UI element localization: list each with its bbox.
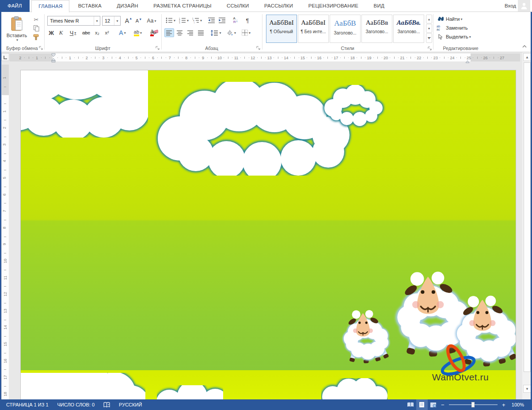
styles-dialog-launcher-icon[interactable] (428, 46, 432, 51)
right-indent-marker[interactable] (465, 57, 470, 65)
line-spacing-button[interactable]: ▾ (209, 28, 223, 37)
tab-view[interactable]: ВИД (367, 0, 391, 12)
copy-button[interactable] (32, 24, 41, 32)
style-heading2[interactable]: АаБбВв Заголово... (361, 15, 392, 43)
show-paragraph-marks-button[interactable]: ¶ (243, 16, 252, 25)
cut-button[interactable]: ✂ (32, 15, 41, 23)
zoom-slider-thumb[interactable] (471, 402, 475, 407)
ruler-mark (290, 57, 291, 58)
styles-more-button[interactable]: ▼ (426, 33, 432, 43)
ruler-mark (190, 57, 191, 58)
zoom-slider[interactable] (449, 404, 498, 405)
text-effects-button[interactable]: А▾ (116, 28, 129, 37)
tab-references[interactable]: ССЫЛКИ (220, 0, 256, 12)
ruler-mark (4, 320, 6, 320)
ruler-mark (4, 220, 6, 220)
zoom-out-button[interactable]: − (439, 402, 446, 408)
tab-design[interactable]: ДИЗАЙН (110, 0, 144, 12)
italic-button[interactable]: К (57, 28, 65, 37)
ruler-mark: 1 (2, 77, 7, 79)
ruler-mark (83, 57, 83, 58)
tab-mailings[interactable]: РАССЫЛКИ (258, 0, 300, 12)
ruler-mark (74, 57, 75, 58)
tab-home[interactable]: ГЛАВНАЯ (31, 0, 69, 12)
ruler-mark (174, 57, 175, 58)
ruler-mark (261, 57, 262, 59)
multilevel-list-button[interactable]: 1ai ▾ (191, 16, 203, 25)
read-mode-icon (407, 402, 414, 407)
sort-button[interactable]: АЯ ↓ (230, 16, 241, 25)
font-name-combo[interactable]: Times New R ▾ (47, 16, 100, 26)
styles-scroll-down-button[interactable]: ▼ (426, 24, 432, 33)
tab-insert[interactable]: ВСТАВКА (72, 0, 108, 12)
ruler-mark (228, 57, 228, 59)
align-center-button[interactable] (175, 28, 185, 37)
justify-button[interactable] (196, 28, 206, 37)
indent-markers[interactable] (51, 53, 56, 62)
proofing-status[interactable] (99, 399, 114, 410)
grow-font-button[interactable]: А▲ (124, 16, 133, 26)
decrease-indent-button[interactable] (207, 16, 217, 25)
zoom-level[interactable]: 100% (507, 399, 528, 410)
clipboard-dialog-launcher-icon[interactable] (39, 46, 43, 50)
scrollbar-thumb[interactable] (524, 62, 531, 372)
shrink-font-button[interactable]: А▼ (134, 16, 144, 26)
underline-button[interactable]: Ч▾ (66, 28, 80, 37)
select-button[interactable]: Выделить ▾ (437, 33, 471, 41)
replace-button[interactable]: ab ac Заменить (437, 24, 467, 32)
scroll-down-button[interactable]: ▼ (523, 385, 531, 393)
zoom-in-button[interactable]: + (500, 402, 507, 408)
styles-scroll-up-button[interactable]: ▲ (426, 15, 432, 23)
tab-file[interactable]: ФАЙЛ (0, 0, 30, 12)
change-case-button[interactable]: Аа▾ (145, 16, 158, 26)
subscript-button[interactable]: x₂ (93, 28, 102, 37)
ruler-mark: 9 (2, 243, 7, 245)
font-size-combo[interactable]: 12 ▾ (102, 16, 121, 26)
web-layout-view-button[interactable] (428, 399, 439, 410)
paragraph-dialog-launcher-icon[interactable] (256, 46, 261, 50)
tab-stop-selector[interactable] (1, 53, 9, 61)
borders-button[interactable]: ▾ (239, 28, 253, 37)
style-normal[interactable]: АаБбВвI ¶ Обычный (266, 15, 297, 43)
page-count-status[interactable]: СТРАНИЦА 1 ИЗ 1 (0, 399, 53, 410)
bullet-list-icon (166, 17, 173, 23)
ruler-mark (410, 57, 411, 59)
highlight-color-button[interactable]: ab ▾ (131, 28, 145, 37)
find-button[interactable]: Найти ▾ (437, 15, 462, 23)
ruler-mark (216, 57, 216, 58)
strikethrough-button[interactable]: abc (80, 28, 92, 37)
collapse-ribbon-button[interactable] (521, 43, 528, 50)
document-page[interactable]: WamOtvet.ru (21, 70, 516, 399)
font-color-button[interactable]: А ▾ (147, 28, 160, 37)
numbering-button[interactable]: 123 ▾ (178, 16, 190, 25)
sign-in-link[interactable]: Вход (505, 0, 516, 12)
font-dialog-launcher-icon[interactable] (156, 46, 160, 50)
increase-indent-button[interactable] (217, 16, 227, 25)
align-right-button[interactable] (186, 28, 195, 37)
ruler-mark (377, 57, 378, 59)
language-status[interactable]: РУССКИЙ (114, 399, 146, 410)
scroll-up-button[interactable]: ▲ (523, 53, 531, 61)
ruler-mark (207, 57, 208, 58)
word-count-status[interactable]: ЧИСЛО СЛОВ: 0 (53, 399, 99, 410)
align-left-button[interactable] (164, 28, 174, 37)
account-avatar[interactable] (518, 0, 530, 11)
read-mode-view-button[interactable] (405, 399, 416, 410)
style-heading1[interactable]: АаБбВ Заголово... (330, 15, 361, 43)
superscript-button[interactable]: x² (103, 28, 111, 37)
tab-page-layout[interactable]: РАЗМЕТКА СТРАНИЦЫ (147, 0, 218, 12)
paste-button[interactable]: Вставить ▾ (4, 15, 30, 44)
print-layout-view-button[interactable] (416, 399, 428, 410)
bullets-button[interactable]: ▾ (164, 16, 177, 25)
format-painter-button[interactable] (32, 33, 41, 41)
ruler-mark (4, 303, 6, 303)
ruler-mark: 19 (367, 56, 371, 60)
tab-review[interactable]: РЕЦЕНЗИРОВАНИЕ (302, 0, 365, 12)
bold-button[interactable]: Ж (47, 28, 56, 37)
find-dropdown-icon: ▾ (460, 17, 462, 21)
style-no-spacing[interactable]: АаБбВвI ¶ Без инте... (298, 15, 329, 43)
ruler-mark: 2 (19, 56, 21, 60)
ruler-mark (282, 57, 282, 58)
shading-button[interactable]: ▾ (224, 28, 238, 37)
style-heading3[interactable]: АаБбВв. Заголово... (393, 15, 424, 43)
